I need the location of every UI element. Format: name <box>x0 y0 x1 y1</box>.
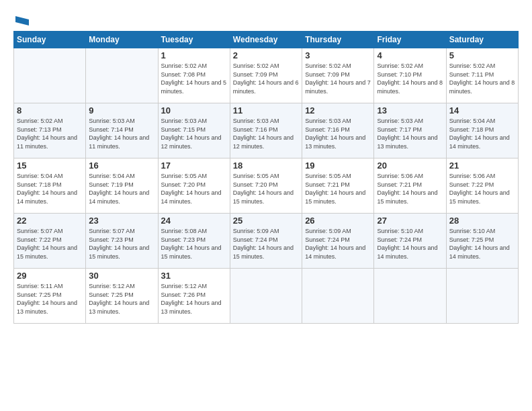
day-number: 18 <box>233 161 299 171</box>
calendar-cell: 16Sunrise: 5:04 AMSunset: 7:19 PMDayligh… <box>86 158 158 214</box>
cell-info: Sunrise: 5:12 AMSunset: 7:26 PMDaylight:… <box>161 282 227 316</box>
cell-info: Sunrise: 5:02 AMSunset: 7:13 PMDaylight:… <box>17 117 83 150</box>
day-number: 1 <box>161 50 227 60</box>
calendar-cell: 12Sunrise: 5:03 AMSunset: 7:16 PMDayligh… <box>302 103 374 158</box>
cell-info: Sunrise: 5:04 AMSunset: 7:18 PMDaylight:… <box>17 172 83 205</box>
empty-cell <box>14 48 86 103</box>
cell-info: Sunrise: 5:04 AMSunset: 7:18 PMDaylight:… <box>449 117 515 150</box>
day-number: 24 <box>161 216 227 226</box>
day-number: 20 <box>377 161 443 171</box>
calendar-cell: 30Sunrise: 5:12 AMSunset: 7:25 PMDayligh… <box>86 269 158 324</box>
day-number: 4 <box>377 50 443 60</box>
calendar-cell: 14Sunrise: 5:04 AMSunset: 7:18 PMDayligh… <box>446 103 518 158</box>
week-row-2: 15Sunrise: 5:04 AMSunset: 7:18 PMDayligh… <box>14 158 519 214</box>
day-number: 13 <box>377 105 443 116</box>
calendar-cell: 4Sunrise: 5:02 AMSunset: 7:10 PMDaylight… <box>374 48 446 103</box>
cell-info: Sunrise: 5:09 AMSunset: 7:24 PMDaylight:… <box>233 227 299 261</box>
header-tuesday: Tuesday <box>158 32 230 48</box>
cell-info: Sunrise: 5:08 AMSunset: 7:23 PMDaylight:… <box>161 227 227 261</box>
svg-marker-0 <box>15 16 29 26</box>
header-friday: Friday <box>374 32 446 48</box>
calendar-cell: 28Sunrise: 5:10 AMSunset: 7:25 PMDayligh… <box>446 214 518 269</box>
calendar-cell <box>230 269 302 324</box>
day-number: 14 <box>449 105 515 116</box>
day-number: 29 <box>17 271 83 281</box>
day-number: 22 <box>17 216 83 226</box>
header <box>13 12 519 27</box>
calendar-cell: 26Sunrise: 5:09 AMSunset: 7:24 PMDayligh… <box>302 214 374 269</box>
cell-info: Sunrise: 5:02 AMSunset: 7:11 PMDaylight:… <box>449 62 515 95</box>
calendar-cell: 23Sunrise: 5:07 AMSunset: 7:23 PMDayligh… <box>86 214 158 269</box>
week-row-0: 1Sunrise: 5:02 AMSunset: 7:08 PMDaylight… <box>14 48 519 103</box>
cell-info: Sunrise: 5:05 AMSunset: 7:21 PMDaylight:… <box>305 172 371 205</box>
calendar-cell: 18Sunrise: 5:05 AMSunset: 7:20 PMDayligh… <box>230 158 302 214</box>
calendar-cell: 5Sunrise: 5:02 AMSunset: 7:11 PMDaylight… <box>446 48 518 103</box>
cell-info: Sunrise: 5:02 AMSunset: 7:09 PMDaylight:… <box>305 62 371 95</box>
cell-info: Sunrise: 5:05 AMSunset: 7:20 PMDaylight:… <box>161 172 227 205</box>
day-number: 5 <box>449 50 515 60</box>
week-row-3: 22Sunrise: 5:07 AMSunset: 7:22 PMDayligh… <box>14 214 519 269</box>
calendar-cell: 20Sunrise: 5:06 AMSunset: 7:21 PMDayligh… <box>374 158 446 214</box>
calendar-cell: 11Sunrise: 5:03 AMSunset: 7:16 PMDayligh… <box>230 103 302 158</box>
calendar-cell: 8Sunrise: 5:02 AMSunset: 7:13 PMDaylight… <box>14 103 86 158</box>
day-number: 2 <box>233 50 299 60</box>
calendar-cell: 29Sunrise: 5:11 AMSunset: 7:25 PMDayligh… <box>14 269 86 324</box>
day-number: 26 <box>305 216 371 226</box>
calendar-cell <box>374 269 446 324</box>
calendar-cell: 24Sunrise: 5:08 AMSunset: 7:23 PMDayligh… <box>158 214 230 269</box>
page: SundayMondayTuesdayWednesdayThursdayFrid… <box>0 0 532 330</box>
header-wednesday: Wednesday <box>230 32 302 48</box>
day-number: 8 <box>17 105 83 116</box>
day-number: 23 <box>89 216 154 226</box>
day-number: 27 <box>377 216 443 226</box>
cell-info: Sunrise: 5:11 AMSunset: 7:25 PMDaylight:… <box>17 282 83 316</box>
cell-info: Sunrise: 5:02 AMSunset: 7:09 PMDaylight:… <box>233 62 299 95</box>
header-sunday: Sunday <box>14 32 86 48</box>
calendar-header-row: SundayMondayTuesdayWednesdayThursdayFrid… <box>14 32 519 48</box>
day-number: 25 <box>233 216 299 226</box>
cell-info: Sunrise: 5:09 AMSunset: 7:24 PMDaylight:… <box>305 227 371 261</box>
calendar-body: 1Sunrise: 5:02 AMSunset: 7:08 PMDaylight… <box>14 48 519 324</box>
day-number: 10 <box>161 105 227 116</box>
cell-info: Sunrise: 5:02 AMSunset: 7:10 PMDaylight:… <box>377 62 443 95</box>
cell-info: Sunrise: 5:12 AMSunset: 7:25 PMDaylight:… <box>89 282 154 316</box>
week-row-4: 29Sunrise: 5:11 AMSunset: 7:25 PMDayligh… <box>14 269 519 324</box>
day-number: 17 <box>161 161 227 171</box>
day-number: 19 <box>305 161 371 171</box>
day-number: 21 <box>449 161 515 171</box>
cell-info: Sunrise: 5:06 AMSunset: 7:21 PMDaylight:… <box>377 172 443 205</box>
calendar-cell <box>86 48 158 103</box>
calendar-cell: 9Sunrise: 5:03 AMSunset: 7:14 PMDaylight… <box>86 103 158 158</box>
header-thursday: Thursday <box>302 32 374 48</box>
day-number: 12 <box>305 105 371 116</box>
week-row-1: 8Sunrise: 5:02 AMSunset: 7:13 PMDaylight… <box>14 103 519 158</box>
calendar-cell: 21Sunrise: 5:06 AMSunset: 7:22 PMDayligh… <box>446 158 518 214</box>
calendar-cell: 15Sunrise: 5:04 AMSunset: 7:18 PMDayligh… <box>14 158 86 214</box>
cell-info: Sunrise: 5:10 AMSunset: 7:25 PMDaylight:… <box>449 227 515 261</box>
cell-info: Sunrise: 5:07 AMSunset: 7:23 PMDaylight:… <box>89 227 154 261</box>
calendar-cell: 2Sunrise: 5:02 AMSunset: 7:09 PMDaylight… <box>230 48 302 103</box>
day-number: 28 <box>449 216 515 226</box>
day-number: 9 <box>89 105 154 116</box>
cell-info: Sunrise: 5:03 AMSunset: 7:14 PMDaylight:… <box>89 117 154 150</box>
day-number: 16 <box>89 161 154 171</box>
calendar-cell <box>446 269 518 324</box>
calendar-cell: 13Sunrise: 5:03 AMSunset: 7:17 PMDayligh… <box>374 103 446 158</box>
day-number: 15 <box>17 161 83 171</box>
calendar-cell: 17Sunrise: 5:05 AMSunset: 7:20 PMDayligh… <box>158 158 230 214</box>
day-number: 30 <box>89 271 154 281</box>
cell-info: Sunrise: 5:04 AMSunset: 7:19 PMDaylight:… <box>89 172 154 205</box>
header-saturday: Saturday <box>446 32 518 48</box>
calendar-cell: 1Sunrise: 5:02 AMSunset: 7:08 PMDaylight… <box>158 48 230 103</box>
cell-info: Sunrise: 5:03 AMSunset: 7:15 PMDaylight:… <box>161 117 227 150</box>
calendar-cell: 31Sunrise: 5:12 AMSunset: 7:26 PMDayligh… <box>158 269 230 324</box>
cell-info: Sunrise: 5:03 AMSunset: 7:16 PMDaylight:… <box>305 117 371 150</box>
calendar-cell: 10Sunrise: 5:03 AMSunset: 7:15 PMDayligh… <box>158 103 230 158</box>
cell-info: Sunrise: 5:06 AMSunset: 7:22 PMDaylight:… <box>449 172 515 205</box>
calendar-cell: 3Sunrise: 5:02 AMSunset: 7:09 PMDaylight… <box>302 48 374 103</box>
calendar-cell: 19Sunrise: 5:05 AMSunset: 7:21 PMDayligh… <box>302 158 374 214</box>
calendar-cell: 27Sunrise: 5:10 AMSunset: 7:24 PMDayligh… <box>374 214 446 269</box>
day-number: 11 <box>233 105 299 116</box>
logo <box>13 15 29 27</box>
day-number: 3 <box>305 50 371 60</box>
